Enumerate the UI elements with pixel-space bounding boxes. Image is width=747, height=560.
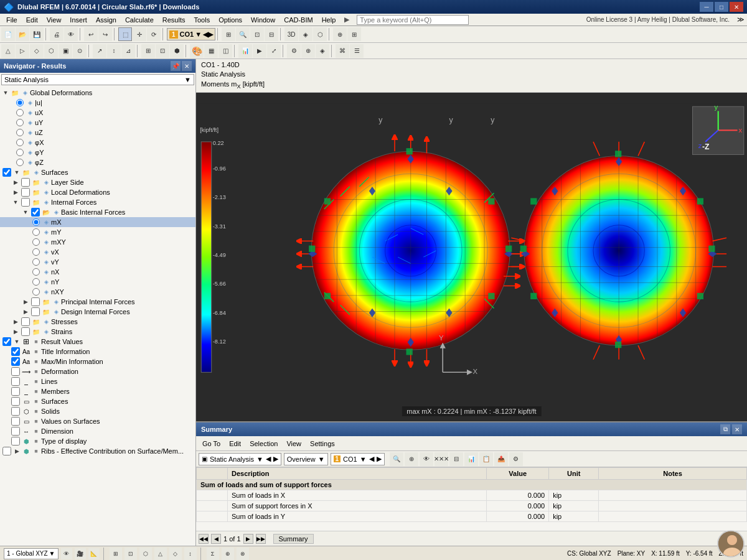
tree-ux[interactable]: ◈ uX — [0, 108, 195, 118]
analysis-prev-icon[interactable]: ◀ — [266, 455, 271, 463]
sum-tb-btn2[interactable]: ⊕ — [405, 452, 418, 466]
zoom-window-button[interactable]: ⊡ — [250, 27, 264, 41]
tb2-btn3[interactable]: ◇ — [30, 44, 44, 58]
tree-uz[interactable]: ◈ uZ — [0, 128, 195, 138]
check-dimension[interactable] — [11, 427, 20, 436]
tree-expand-basic[interactable]: ▼ — [21, 209, 30, 215]
statusbar-tb7[interactable]: Σ — [207, 548, 219, 560]
menu-cadbim[interactable]: CAD-BIM — [280, 15, 316, 25]
new-button[interactable]: 📄 — [1, 27, 15, 41]
summary-tab[interactable]: Summary — [273, 534, 314, 544]
navigator-pin-button[interactable]: 📌 — [171, 61, 181, 71]
summary-co-next[interactable]: ▶ — [377, 455, 382, 463]
tb2-color-btn[interactable]: 🎨 — [190, 44, 204, 58]
tree-expand-principal[interactable]: ▶ — [21, 299, 30, 305]
statusbar-tb4[interactable]: △ — [154, 548, 167, 560]
tree-strains[interactable]: ▶ 📁 ◈ Strains — [0, 327, 195, 337]
menu-file[interactable]: File — [2, 15, 21, 25]
summary-close-button[interactable]: ✕ — [732, 424, 742, 434]
tree-expand-result-values[interactable]: ▼ — [12, 338, 21, 345]
tree-vx[interactable]: ◈ vX — [0, 247, 195, 257]
summary-float-button[interactable]: ⧉ — [720, 424, 730, 434]
view3d-button[interactable]: 3D — [284, 27, 298, 41]
tree-mx[interactable]: ◈ mX — [0, 217, 195, 227]
tree-expand-layer[interactable]: ▶ — [11, 179, 20, 185]
tree-principal-int-forces[interactable]: ▶ 📁 ◈ Principal Internal Forces — [0, 297, 195, 307]
statusbar-tb6[interactable]: ↕ — [184, 548, 197, 560]
tree-surfaces-node[interactable]: ▭ ■ Surfaces — [0, 396, 195, 406]
tb2-btn1[interactable]: △ — [1, 44, 15, 58]
summary-menu-edit[interactable]: Edit — [225, 439, 245, 449]
statusbar-tb9[interactable]: ⊗ — [237, 548, 249, 560]
tree-u-abs[interactable]: ◈ |u| — [0, 98, 195, 108]
tree-uy[interactable]: ◈ uY — [0, 118, 195, 128]
search-input[interactable] — [357, 15, 469, 25]
tree-deformation[interactable]: ⟿ ■ Deformation — [0, 366, 195, 376]
radio-u-abs[interactable] — [16, 99, 24, 106]
sum-tb-btn7[interactable]: 📋 — [479, 452, 493, 466]
tb2-btn4[interactable]: ⬡ — [44, 44, 58, 58]
tb2-btn6[interactable]: ⊙ — [73, 44, 87, 58]
tree-lines[interactable]: ⎯ ■ Lines — [0, 376, 195, 386]
tb2-btn23[interactable]: ☰ — [350, 44, 364, 58]
check-strains[interactable] — [21, 327, 30, 336]
tree-expand-strains[interactable]: ▶ — [11, 329, 20, 335]
tree-ribs[interactable]: ▶ ⬢ ■ Ribs - Effective Contribution on S… — [0, 446, 195, 456]
print-button[interactable]: 🖨 — [50, 27, 63, 41]
sum-tb-btn9[interactable]: ⚙ — [509, 452, 523, 466]
summary-table-container[interactable]: Description Value Unit Notes Sum of load… — [196, 467, 747, 531]
tb2-btn12[interactable]: ⬢ — [170, 44, 184, 58]
tree-vy[interactable]: ◈ vY — [0, 257, 195, 267]
menu-options[interactable]: Options — [215, 15, 246, 25]
menu-edit[interactable]: Edit — [22, 15, 42, 25]
sum-tb-btn5[interactable]: ⊟ — [449, 452, 463, 466]
radio-nx[interactable] — [32, 268, 40, 276]
sum-tb-btn4[interactable]: ✕✕✕ — [435, 452, 448, 466]
menu-help[interactable]: Help — [318, 15, 340, 25]
tree-expand-ribs[interactable]: ▶ — [12, 448, 21, 454]
maximize-button[interactable]: □ — [715, 2, 728, 12]
tree-expand-local-def[interactable]: ▶ — [11, 189, 20, 195]
summary-analysis-dropdown[interactable]: ▣ Static Analysis ▼ ◀ ▶ — [199, 453, 281, 465]
check-principal[interactable] — [31, 297, 40, 306]
co-next-icon[interactable]: ▶ — [208, 30, 213, 39]
wireframe-button[interactable]: ⬡ — [313, 27, 327, 41]
radio-ny[interactable] — [32, 278, 40, 286]
statusbar-btn2[interactable]: 🎥 — [75, 548, 86, 559]
radio-phi-x[interactable] — [16, 139, 24, 146]
tree-my[interactable]: ◈ mY — [0, 227, 195, 237]
summary-menu-goto[interactable]: Go To — [199, 439, 224, 449]
radio-my[interactable] — [32, 228, 40, 236]
tree-design-int-forces[interactable]: ▶ 📁 ◈ Design Internal Forces — [0, 307, 195, 317]
tree-expand-global-def[interactable]: ▼ — [1, 90, 10, 96]
tree-global-deformations[interactable]: ▼ 📁 ◈ Global Deformations — [0, 88, 195, 98]
tb2-btn2[interactable]: ▷ — [16, 44, 29, 58]
close-button[interactable]: ✕ — [730, 2, 743, 12]
tb2-btn8[interactable]: ↕ — [107, 44, 121, 58]
statusbar-btn3[interactable]: 📐 — [88, 548, 100, 559]
menu-insert[interactable]: Insert — [66, 15, 91, 25]
tree-values-on-surfaces[interactable]: ▭ ■ Values on Surfaces — [0, 416, 195, 426]
statusbar-tb3[interactable]: ⬡ — [139, 548, 152, 560]
tree-expand-surfaces[interactable]: ▼ — [12, 169, 21, 175]
radio-phi-z[interactable] — [16, 159, 24, 166]
tb2-btn21[interactable]: ◈ — [316, 44, 329, 58]
radio-uy[interactable] — [16, 119, 24, 126]
zoom-in-button[interactable]: 🔍 — [236, 27, 250, 41]
radio-ux[interactable] — [16, 109, 24, 116]
tree-local-deformations[interactable]: ▶ 📁 ◈ Local Deformations — [0, 187, 195, 197]
undo-button[interactable]: ↩ — [84, 27, 98, 41]
tree-ny[interactable]: ◈ nY — [0, 277, 195, 287]
menu-view[interactable]: View — [43, 15, 65, 25]
sum-tb-btn1[interactable]: 🔍 — [390, 452, 403, 466]
menu-calculate[interactable]: Calculate — [121, 15, 157, 25]
summary-co-dropdown[interactable]: 1 CO1 ▼ ◀ ▶ — [331, 453, 385, 465]
tree-expand-design[interactable]: ▶ — [21, 309, 30, 315]
tree-dimension[interactable]: ↔ ■ Dimension — [0, 426, 195, 436]
tree-members[interactable]: ⎯ ■ Members — [0, 386, 195, 396]
radio-vy[interactable] — [32, 258, 40, 266]
page-next-button[interactable]: ▶ — [243, 534, 253, 544]
zoom-all-button[interactable]: ⊞ — [222, 27, 235, 41]
navigator-close-button[interactable]: ✕ — [182, 61, 192, 71]
menu-window[interactable]: Window — [247, 15, 279, 25]
